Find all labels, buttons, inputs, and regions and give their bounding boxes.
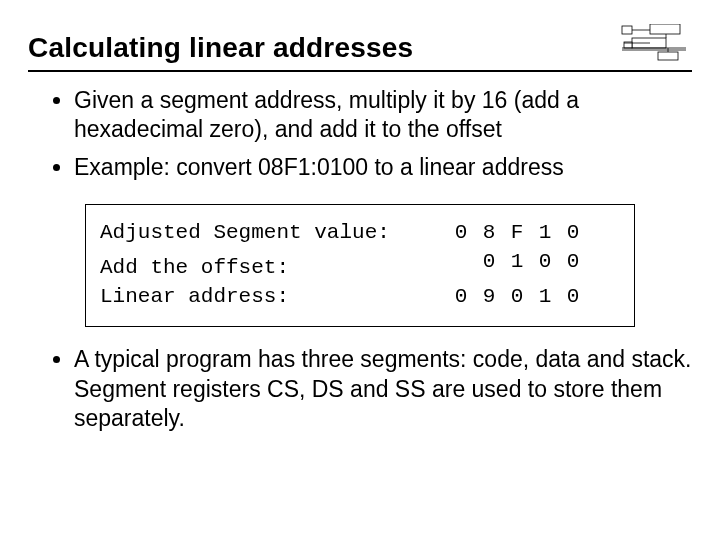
hex-digit: 0: [566, 250, 580, 273]
calc-digits: 0 9 0 1 0: [400, 285, 580, 308]
calculation-box: Adjusted Segment value: 0 8 F 1 0 Add th…: [85, 204, 635, 327]
hex-digit: 1: [510, 250, 524, 273]
calc-digits: 0 1 0 0: [400, 250, 580, 273]
calc-label: Adjusted Segment value:: [100, 221, 400, 244]
svg-rect-0: [622, 26, 632, 34]
hex-digit: 0: [566, 221, 580, 244]
hex-digit: 0: [510, 285, 524, 308]
calc-row-offset: Add the offset: 0 1 0 0: [100, 250, 620, 279]
hex-digit: 1: [538, 221, 552, 244]
hex-digit: 0: [482, 250, 496, 273]
svg-rect-1: [650, 24, 680, 34]
slide: Calculating linear addresses Given a seg…: [0, 0, 720, 540]
calc-row-segment: Adjusted Segment value: 0 8 F 1 0: [100, 221, 620, 244]
bullet-list-top: Given a segment address, multiply it by …: [28, 86, 692, 182]
hex-digit: 0: [454, 221, 468, 244]
hex-digit: 9: [482, 285, 496, 308]
cpu-diagram-icon: [620, 24, 692, 64]
title-row: Calculating linear addresses: [28, 24, 692, 64]
hex-digit: 0: [538, 250, 552, 273]
svg-rect-4: [658, 52, 678, 60]
hex-digit: 0: [454, 285, 468, 308]
bullet-item: A typical program has three segments: co…: [74, 345, 692, 433]
bullet-item: Given a segment address, multiply it by …: [74, 86, 692, 145]
hex-digit: F: [510, 221, 524, 244]
calc-row-result: Linear address: 0 9 0 1 0: [100, 285, 620, 308]
bullet-list-bottom: A typical program has three segments: co…: [28, 345, 692, 433]
title-underline: [28, 70, 692, 72]
calc-label: Linear address:: [100, 285, 400, 308]
bullet-item: Example: convert 08F1:0100 to a linear a…: [74, 153, 692, 182]
hex-digit: 1: [538, 285, 552, 308]
hex-digit: 0: [566, 285, 580, 308]
hex-digit: [454, 250, 468, 273]
calc-label: Add the offset:: [100, 256, 400, 279]
calc-digits: 0 8 F 1 0: [400, 221, 580, 244]
hex-digit: 8: [482, 221, 496, 244]
slide-title: Calculating linear addresses: [28, 32, 413, 64]
